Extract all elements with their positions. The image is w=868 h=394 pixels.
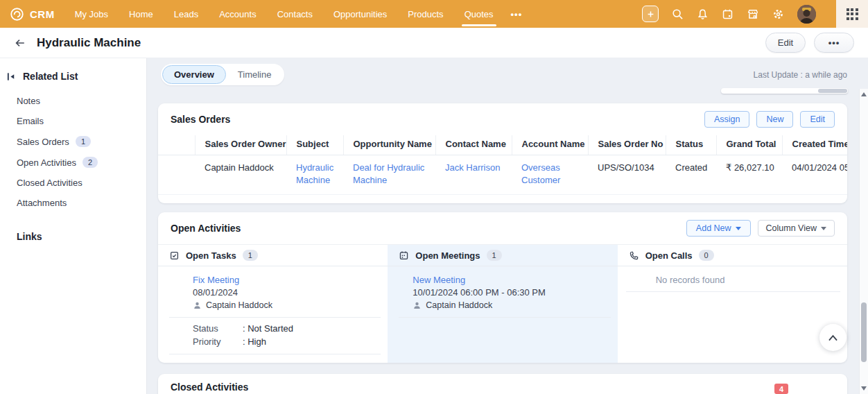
nav-more-button[interactable]: ••• [504,0,530,28]
header-actions: Edit ••• [765,33,854,53]
new-button[interactable]: New [756,111,793,128]
subject-link[interactable]: Hydraulic Machine [296,162,333,185]
crm-app: CRM My Jobs Home Leads Accounts Contacts… [0,0,868,394]
tab-timeline[interactable]: Timeline [226,65,284,84]
account-link[interactable]: Overseas Customer [521,162,560,185]
nav-item-leads[interactable]: Leads [164,0,209,28]
meeting-icon [399,250,409,261]
vertical-scrollbar[interactable] [859,89,868,394]
user-icon [193,301,202,310]
chevron-up-icon [826,334,840,342]
open-calls-count: 0 [699,250,714,261]
grand-total-cell: ₹ 26,027.10 [716,155,782,195]
sales-orders-title: Sales Orders [171,114,230,125]
related-list-sidebar: Related List Notes Emails Sales Orders1 … [0,58,147,394]
tab-overview[interactable]: Overview [162,65,226,84]
collapse-panel-icon[interactable] [6,71,17,82]
record-more-button[interactable]: ••• [814,33,854,53]
calls-empty-text: No records found [656,275,840,285]
column-header: Grand Total [716,135,782,155]
meeting-datetime: 10/01/2024 06:00 PM - 06:30 PM [413,287,610,298]
bell-icon[interactable] [697,8,709,20]
notification-badge: 4 [774,384,788,394]
last-update-text: Last Update : a while ago [754,70,847,80]
nav-item-accounts[interactable]: Accounts [209,0,266,28]
task-due-date: 08/01/2024 [193,287,381,298]
assign-button[interactable]: Assign [704,111,750,128]
view-tabs: Overview Timeline [161,64,284,85]
sidebar-item-attachments[interactable]: Attachments [0,193,146,213]
column-header: Subject [286,135,343,155]
sidebar-item-closed-activities[interactable]: Closed Activities [0,173,146,193]
edit-button[interactable]: Edit [765,33,806,53]
chevron-down-icon [736,227,741,230]
sales-orders-card: Sales Orders Assign New Edit [158,103,847,203]
open-calls-column: Open Calls 0 No records found [618,245,847,363]
divider [399,317,610,318]
nav-item-home[interactable]: Home [119,0,164,28]
count-badge: 1 [76,136,91,147]
opportunity-link[interactable]: Deal for Hydraulic Machine [353,162,424,185]
created-time-cell: 04/01/2024 05 [782,155,847,195]
nav-item-my-jobs[interactable]: My Jobs [64,0,119,28]
column-header: Status [666,135,716,155]
count-badge: 2 [83,157,98,168]
nav-right-icons [642,0,868,28]
record-detail-main: Overview Timeline Last Update : a while … [147,58,868,394]
back-arrow-icon[interactable] [14,37,26,49]
contact-link[interactable]: Jack Harrison [445,162,500,173]
nav-item-quotes[interactable]: Quotes [454,0,504,28]
task-title-link[interactable]: Fix Meeting [193,275,381,286]
task-icon [169,250,180,261]
horizontal-scrollbar[interactable] [721,88,848,94]
divider [169,317,381,318]
open-meetings-count: 1 [487,250,502,261]
open-tasks-count: 1 [243,250,258,261]
call-icon [629,250,639,261]
marketplace-icon[interactable] [747,8,759,20]
search-icon[interactable] [672,8,684,20]
avatar[interactable] [797,5,816,24]
sidebar-item-emails[interactable]: Emails [0,111,146,131]
nav-item-products[interactable]: Products [397,0,453,28]
sidebar-item-notes[interactable]: Notes [0,91,146,111]
top-navigation: CRM My Jobs Home Leads Accounts Contacts… [0,0,868,28]
status-value: : Not Started [243,323,293,334]
apps-grid-icon[interactable] [836,0,868,28]
crm-brand[interactable]: CRM [10,7,55,22]
related-list-header: Related List [0,71,146,82]
related-list-label: Related List [23,71,78,82]
page-title: Hydraulic Machine [37,36,141,50]
closed-activities-card: Closed Activities No records found [158,374,847,394]
crm-logo-icon [10,7,24,22]
add-new-button[interactable]: Add New [686,220,751,237]
open-activities-card: Open Activities Add New Column View [158,212,847,363]
edit-sales-order-button[interactable]: Edit [800,111,835,128]
nav-item-contacts[interactable]: Contacts [267,0,323,28]
sidebar-item-sales-orders[interactable]: Sales Orders1 [0,131,146,152]
vertical-scrollbar-thumb[interactable] [861,302,867,362]
record-header: Hydraulic Machine Edit ••• [0,28,868,58]
gear-icon[interactable] [772,8,784,20]
column-header: Contact Name [435,135,512,155]
column-view-button[interactable]: Column View [758,220,835,237]
scrollbar-up-arrow[interactable] [860,92,868,96]
open-calls-label: Open Calls [645,250,693,261]
divider [169,354,381,354]
sidebar-item-open-activities[interactable]: Open Activities2 [0,152,146,173]
links-section-label: Links [0,231,146,242]
nav-item-opportunities[interactable]: Opportunities [323,0,397,28]
calendar-icon[interactable] [722,8,734,20]
scrollbar-down-arrow[interactable] [860,386,868,391]
column-header: Created Time [782,135,847,155]
add-icon[interactable] [642,6,659,22]
user-icon [413,301,422,310]
open-activities-title: Open Activities [171,223,241,234]
view-tabbar: Overview Timeline Last Update : a while … [161,64,847,85]
scroll-to-top-button[interactable] [819,324,847,351]
meeting-title-link[interactable]: New Meeting [413,275,610,286]
select-column-header [158,135,195,155]
open-meetings-column: Open Meetings 1 New Meeting 10/01/2024 0… [388,245,617,363]
owner-cell: Captain Haddock [195,155,286,195]
horizontal-scrollbar-thumb[interactable] [818,89,847,93]
